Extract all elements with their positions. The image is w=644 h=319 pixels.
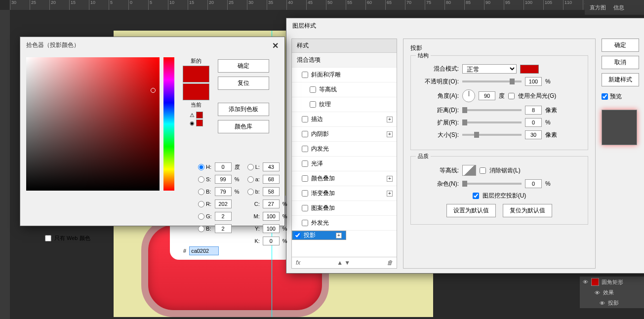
reset-button[interactable]: 复位 [218, 77, 269, 90]
style-inner-glow[interactable]: 内发光 [292, 142, 397, 157]
rgb-b-radio[interactable] [198, 226, 204, 232]
s-input[interactable] [215, 175, 232, 184]
websafe-swatch[interactable] [196, 120, 203, 126]
fx-icon[interactable]: fx [296, 259, 300, 266]
spread-input[interactable] [525, 118, 542, 127]
grad-overlay-check[interactable] [302, 190, 308, 197]
texture-check[interactable] [310, 101, 316, 108]
rgb-b-input[interactable] [215, 224, 232, 233]
style-inner-shadow[interactable]: 内阴影+ [292, 127, 397, 142]
close-icon[interactable]: ✕ [272, 41, 279, 50]
g-radio[interactable] [198, 213, 204, 220]
histogram-tab[interactable]: 直方图 [590, 4, 606, 11]
sv-cursor[interactable] [151, 88, 156, 93]
antialias-check[interactable] [480, 167, 486, 174]
visibility-icon[interactable]: 👁 [583, 279, 589, 285]
inner-glow-check[interactable] [302, 146, 308, 152]
style-stroke[interactable]: 描边+ [292, 112, 397, 127]
angle-input[interactable] [479, 91, 495, 100]
style-satin[interactable]: 光泽 [292, 157, 397, 171]
opacity-slider[interactable] [462, 80, 522, 82]
drop-shadow-check[interactable] [294, 232, 301, 239]
shadow-color-swatch[interactable] [520, 65, 539, 74]
a-input[interactable] [263, 175, 280, 184]
knockout-check[interactable] [473, 193, 479, 199]
saturation-value-area[interactable] [26, 57, 160, 191]
h-radio[interactable] [198, 164, 204, 170]
k-input[interactable] [263, 237, 280, 245]
global-light-check[interactable] [508, 93, 515, 99]
brightness-input[interactable] [215, 187, 232, 196]
styles-header[interactable]: 样式 [292, 39, 397, 53]
add-icon[interactable]: + [387, 131, 393, 137]
satin-check[interactable] [302, 160, 308, 167]
visibility-icon[interactable]: 👁 [600, 300, 605, 306]
outer-glow-check[interactable] [302, 220, 308, 226]
size-slider[interactable] [462, 134, 522, 136]
s-radio[interactable] [198, 176, 204, 183]
style-outer-glow[interactable]: 外发光 [292, 216, 397, 231]
opacity-input[interactable] [525, 77, 542, 86]
hex-input[interactable] [189, 246, 219, 255]
new-style-button[interactable]: 新建样式 [602, 73, 639, 86]
r-input[interactable] [215, 199, 232, 208]
style-contour[interactable]: 等高线 [292, 82, 397, 97]
color-overlay-check[interactable] [302, 175, 308, 182]
add-icon[interactable]: + [387, 176, 393, 182]
size-input[interactable] [525, 130, 542, 139]
add-icon[interactable]: + [387, 191, 393, 197]
g-input[interactable] [215, 212, 232, 221]
cube-icon[interactable]: ◉ [190, 120, 195, 126]
b-radio[interactable] [198, 189, 204, 195]
style-texture[interactable]: 纹理 [292, 97, 397, 112]
ok-button[interactable]: 确定 [602, 39, 639, 52]
l-input[interactable] [263, 162, 280, 171]
ok-button[interactable]: 确定 [218, 59, 269, 73]
style-bevel[interactable]: 斜面和浮雕 [292, 68, 397, 82]
set-default-button[interactable]: 设置为默认值 [446, 204, 496, 217]
stroke-check[interactable] [302, 116, 308, 122]
pattern-overlay-check[interactable] [302, 205, 308, 211]
m-input[interactable] [263, 212, 280, 221]
visibility-icon[interactable]: 👁 [595, 290, 601, 296]
blend-mode-select[interactable]: 正常 [462, 64, 517, 74]
style-color-overlay[interactable]: 颜色叠加+ [292, 171, 397, 186]
add-icon[interactable]: + [387, 117, 393, 122]
gamut-warn-swatch[interactable] [196, 112, 203, 119]
current-color-swatch[interactable] [183, 83, 209, 100]
noise-input[interactable] [525, 179, 542, 188]
angle-dial[interactable] [462, 89, 475, 102]
lab-b-input[interactable] [263, 187, 280, 196]
distance-input[interactable] [525, 106, 542, 115]
warning-icon[interactable]: ⚠ [190, 112, 195, 119]
style-drop-shadow[interactable]: 投影+ [292, 231, 346, 240]
cancel-button[interactable]: 取消 [602, 56, 639, 69]
c-input[interactable] [263, 199, 280, 208]
l-radio[interactable] [247, 164, 254, 170]
add-swatch-button[interactable]: 添加到色板 [218, 103, 269, 116]
preview-check[interactable] [602, 93, 608, 100]
a-radio[interactable] [247, 176, 254, 183]
layer-shadow-row[interactable]: 👁 投影 [580, 298, 644, 308]
spread-slider[interactable] [462, 121, 522, 123]
h-input[interactable] [215, 162, 232, 171]
style-pattern-overlay[interactable]: 图案叠加 [292, 201, 397, 216]
reset-default-button[interactable]: 复位为默认值 [503, 204, 552, 217]
web-only-check[interactable] [45, 235, 51, 241]
bevel-check[interactable] [302, 72, 308, 78]
y-input[interactable] [263, 224, 280, 233]
style-grad-overlay[interactable]: 渐变叠加+ [292, 186, 397, 201]
contour-check[interactable] [310, 86, 316, 93]
layer-row[interactable]: 👁 圆角矩形 [580, 277, 644, 287]
trash-icon[interactable]: 🗑 [387, 259, 393, 266]
r-radio[interactable] [198, 201, 204, 207]
color-lib-button[interactable]: 颜色库 [218, 120, 269, 133]
layer-fx-row[interactable]: 👁 效果 [580, 287, 644, 298]
inner-shadow-check[interactable] [302, 131, 308, 137]
arrows[interactable]: ▲ ▼ [337, 259, 350, 266]
hue-slider[interactable] [163, 57, 174, 191]
distance-slider[interactable] [462, 109, 522, 111]
add-icon[interactable]: + [336, 233, 342, 239]
info-tab[interactable]: 信息 [613, 4, 624, 11]
noise-slider[interactable] [462, 183, 522, 185]
